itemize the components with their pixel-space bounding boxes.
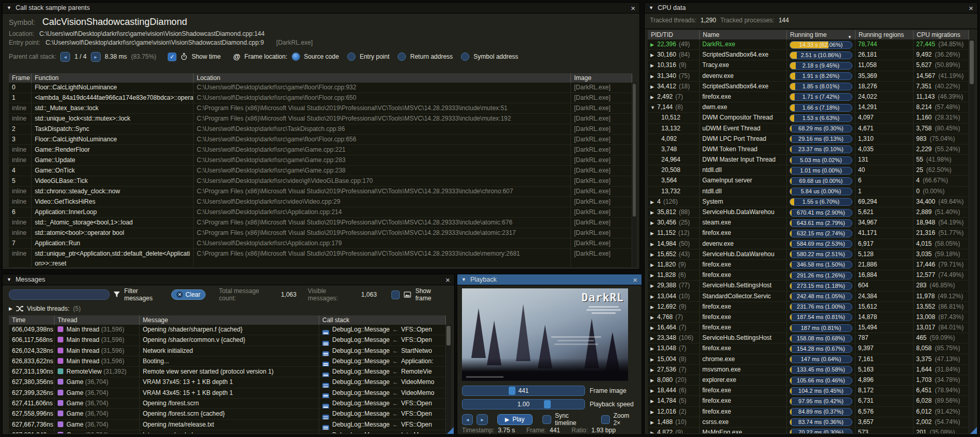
table-row[interactable]: 627,558,996nsGame (36,704)Opening /fores…: [9, 409, 446, 419]
col-running-time[interactable]: Running time▼: [787, 30, 855, 39]
show-time-checkbox[interactable]: ✓: [168, 52, 176, 61]
table-row[interactable]: ▶22,396(49)DarkRL.exe14.33 s (62.06%)78,…: [648, 39, 969, 50]
collapsed-icon[interactable]: ▶: [650, 428, 657, 433]
table-row[interactable]: ▼7,144(8)dwm.exe1.66 s (7.18%)14,2918,21…: [648, 102, 969, 113]
step-forward-button[interactable]: ▸: [477, 414, 487, 425]
next-parent-button[interactable]: ▸: [91, 52, 101, 62]
collapsed-icon[interactable]: ▶: [650, 355, 657, 364]
collapsed-icon[interactable]: ▶: [650, 40, 657, 49]
table-row[interactable]: ▶10,316(9)Tracy.exe2.18 s (9.45%)11,0585…: [648, 60, 969, 71]
collapsed-icon[interactable]: ▶: [650, 250, 657, 259]
clear-button[interactable]: ✕ Clear: [171, 289, 206, 300]
close-icon[interactable]: ×: [969, 4, 973, 12]
collapsed-icon[interactable]: ▶: [650, 407, 657, 417]
messages-scrollbar[interactable]: [446, 325, 451, 433]
table-row[interactable]: ▶13,044(10)StandardCollector.Servic242.4…: [648, 292, 969, 302]
radio-return-address[interactable]: [398, 52, 406, 61]
table-row[interactable]: 626,833,622nsMain thread (31,596)Booting…: [9, 356, 446, 367]
collapsed-icon[interactable]: ▶: [650, 240, 657, 249]
cpu-scrollbar[interactable]: [969, 39, 974, 433]
close-icon[interactable]: ×: [445, 276, 450, 284]
collapsed-icon[interactable]: ▶: [650, 396, 657, 406]
show-frame-checkbox[interactable]: [391, 290, 400, 299]
collapsed-icon[interactable]: ▶: [650, 365, 657, 375]
collapsed-icon[interactable]: ▶: [650, 260, 657, 270]
col-image[interactable]: Image: [571, 73, 632, 83]
table-row[interactable]: ▶13,048(7)firefox.exe154.28 ms (0.67%)9,…: [648, 343, 969, 354]
table-row[interactable]: 3Floor::CalcLightNoLuminanceC:\Users\wol…: [9, 135, 632, 145]
table-row[interactable]: ▶11,152(12)firefox.exe632.15 ms (2.74%)4…: [648, 228, 969, 239]
table-row[interactable]: ▶12,016(2)firefox.exe84.89 ms (0.37%)6,5…: [648, 407, 969, 417]
table-row[interactable]: ▶4(126)System1.55 s (6.70%)69,29434,400(…: [648, 197, 969, 207]
table-row[interactable]: ▶31,340(75)devenv.exe1.91 s (8.26%)35,36…: [648, 71, 969, 82]
step-back-button[interactable]: ◂: [462, 414, 473, 425]
table-row[interactable]: ▶14,784(5)firefox.exe97.95 ms (0.42%)6,7…: [648, 396, 969, 406]
table-row[interactable]: 3,564GameInput server69.68 us (0.00%)64(…: [648, 176, 969, 186]
table-row[interactable]: ▶16,464(7)firefox.exe187 ms (0.81%)15,49…: [648, 323, 969, 333]
table-row[interactable]: inlinestd::_Mutex_base::lockC:\Program F…: [9, 103, 632, 114]
collapsed-icon[interactable]: ▶: [650, 208, 657, 217]
collapsed-icon[interactable]: ▶: [650, 313, 657, 322]
table-row[interactable]: inlinestd::unique_lock<std::mutex>::lock…: [9, 114, 632, 124]
playback-speed-slider[interactable]: 1.00: [462, 399, 585, 409]
table-row[interactable]: 627,411,606nsGame (36,704)Opening /fores…: [9, 399, 446, 409]
visible-threads-row[interactable]: ▶ Visible threads: (5): [3, 302, 454, 315]
collapsed-icon[interactable]: ▶: [650, 92, 657, 102]
table-row[interactable]: 4Game::OnTickC:\Users\wolf\Desktop\darkr…: [9, 166, 632, 176]
table-row[interactable]: 626,024,328nsMain thread (31,596)Network…: [9, 346, 446, 356]
radio-entry-point[interactable]: [347, 52, 356, 61]
collapsed-icon[interactable]: ▶: [650, 292, 657, 301]
close-icon[interactable]: ×: [631, 4, 635, 12]
collapse-icon[interactable]: ▼: [7, 5, 11, 10]
table-row[interactable]: ▶23,348(106)ServiceHub.SettingsHost158.0…: [648, 333, 969, 343]
collapse-icon[interactable]: ▼: [649, 5, 654, 10]
table-row[interactable]: ▶35,812(88)ServiceHub.DataWarehou670.41 …: [648, 207, 969, 218]
collapsed-icon[interactable]: ▶: [650, 323, 657, 333]
resize-grip[interactable]: [970, 427, 977, 434]
table-row[interactable]: ▶12,692(9)firefox.exe231.76 ms (1.00%)15…: [648, 302, 969, 312]
collapsed-icon[interactable]: ▶: [650, 281, 657, 290]
table-row[interactable]: 627,399,326nsGame (36,704)VRAM 43x45: 15…: [9, 388, 446, 399]
table-row[interactable]: 24,964DWM Master Input Thread5.03 ms (0.…: [648, 155, 969, 165]
table-row[interactable]: 10,512DWM Compositor Thread1.53 s (6.63%…: [648, 113, 969, 123]
collapsed-icon[interactable]: ▶: [650, 82, 657, 91]
radio-symbol-address[interactable]: [461, 52, 469, 61]
table-row[interactable]: 606,049,398nsMain thread (31,596)Opening…: [9, 325, 446, 335]
table-row[interactable]: ▶34,412(18)ScriptedSandbox64.exe1.85 s (…: [648, 82, 969, 92]
table-row[interactable]: ▶4,768(7)firefox.exe187.54 ms (0.81%)14,…: [648, 312, 969, 323]
close-icon[interactable]: ×: [633, 276, 637, 284]
table-row[interactable]: 627,313,190nsRemoteView (31,392)Remote v…: [9, 367, 446, 377]
col-frame[interactable]: Frame: [9, 73, 32, 83]
filter-input[interactable]: [9, 289, 110, 300]
play-button[interactable]: ▶ Play: [497, 414, 533, 425]
table-row[interactable]: ▶11,820(9)firefox.exe346.58 ms (1.50%)21…: [648, 260, 969, 270]
table-row[interactable]: inlineGame::UpdateC:\Users\wolf\Desktop\…: [9, 155, 632, 166]
expanded-icon[interactable]: ▼: [650, 103, 657, 112]
table-row[interactable]: inlinestd::atomic<bool>::operator boolC:…: [9, 228, 632, 239]
col-message[interactable]: Message: [140, 315, 319, 325]
collapsed-icon[interactable]: ▶: [650, 344, 657, 353]
table-row[interactable]: 4,092DWM LPC Port Thread29.16 ms (0.13%)…: [648, 134, 969, 144]
table-row[interactable]: inlineGame::RenderFloorC:\Users\wolf\Des…: [9, 145, 632, 155]
table-row[interactable]: 606,117,568nsMain thread (31,596)Opening…: [9, 335, 446, 346]
collapsed-icon[interactable]: ▶: [650, 386, 657, 395]
collapsed-icon[interactable]: ▶: [650, 72, 657, 81]
sync-timeline-checkbox[interactable]: [542, 415, 551, 424]
table-row[interactable]: ▶27,536(7)msvsmon.exe133.45 ms (0.58%)5,…: [648, 365, 969, 375]
table-row[interactable]: ▶29,388(77)ServiceHub.SettingsHost273.15…: [648, 281, 969, 291]
table-row[interactable]: 627,380,356nsGame (36,704)VRAM 37x45: 13…: [9, 377, 446, 388]
collapse-icon[interactable]: ▼: [461, 277, 466, 282]
table-row[interactable]: 1<lambda_84a19dc444fae966ca174e83e708bdc…: [9, 93, 632, 103]
collapsed-icon[interactable]: ▶: [650, 229, 657, 238]
table-row[interactable]: ▶14,984(50)devenv.exe584.69 ms (2.53%)6,…: [648, 239, 969, 249]
prev-parent-button[interactable]: ◂: [60, 52, 70, 62]
table-row[interactable]: ▶11,828(6)firefox.exe291.26 ms (1.26%)16…: [648, 270, 969, 281]
table-row[interactable]: 7Application::RunC:\Users\wolf\Desktop\d…: [9, 239, 632, 249]
collapsed-icon[interactable]: ▶: [650, 50, 657, 60]
table-row[interactable]: ▶2,492(7)firefox.exe1.71 s (7.42%)24,022…: [648, 92, 969, 102]
col-pid-tid[interactable]: PID/TID: [648, 30, 700, 39]
table-row[interactable]: inlinestd::_Atomic_storage<bool,1>::load…: [9, 218, 632, 228]
collapsed-icon[interactable]: ▶: [650, 218, 657, 228]
table-row[interactable]: 20,508ntdll.dll1.01 ms (0.00%)4025(62.50…: [648, 165, 969, 176]
collapsed-icon[interactable]: ▶: [650, 197, 657, 207]
